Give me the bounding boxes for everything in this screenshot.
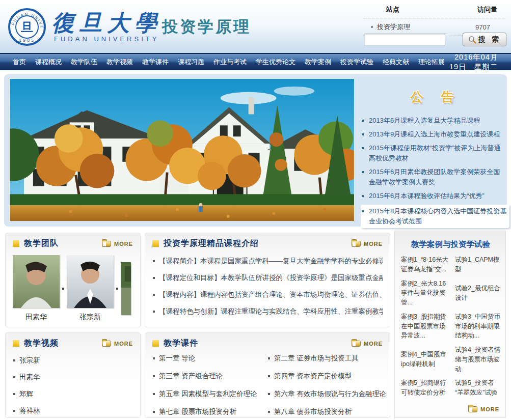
- nav-item-homework-exams[interactable]: 作业与考试: [209, 58, 251, 67]
- dot-separator-icon: [62, 288, 64, 290]
- experiment-item[interactable]: 试验1_CAPM模型: [455, 255, 500, 274]
- nav-item-teaching-videos[interactable]: 教学视频: [102, 58, 138, 67]
- chapter-item[interactable]: 第三章 资产组合理论: [152, 372, 267, 381]
- courseware-more-link[interactable]: MORE: [352, 341, 383, 347]
- dot-separator-icon: [116, 288, 118, 290]
- chapter-item[interactable]: 第七章 股票市场投资分析: [152, 407, 267, 416]
- teacher-name[interactable]: 张宗新: [79, 313, 101, 322]
- experiment-item[interactable]: 试验2_最优组合设计: [455, 284, 500, 303]
- teacher-photo-partial[interactable]: [121, 262, 131, 315]
- section-course-intro: 投资学原理精品课程介绍 MORE 【课程简介】本课程是国家重点学科——复旦大学金…: [145, 233, 390, 327]
- teacher-photo[interactable]: [67, 255, 114, 308]
- video-item[interactable]: 田素华: [13, 373, 133, 382]
- fudan-seal-icon[interactable]: FUDAN UNIVERSITY 旦 1905: [7, 6, 47, 48]
- intro-item[interactable]: 【课程简介】本课程是国家重点学科——复旦大学金融学学科的专业必修课: [152, 257, 383, 266]
- weekday-text: 星期二: [474, 63, 498, 71]
- case-item[interactable]: 案例1_“8·16光大证券乌龙指”交...: [401, 255, 451, 274]
- university-name-cn: 復旦大學: [52, 12, 162, 34]
- folder-icon: [102, 241, 111, 247]
- folder-icon: [102, 341, 111, 347]
- intro-list: 【课程简介】本课程是国家重点学科——复旦大学金融学学科的专业必修课 【课程定位和…: [152, 257, 383, 316]
- courseware-section-title: 教学课件: [164, 338, 198, 349]
- section-teaching-team: 教学团队 MORE 田素华: [5, 233, 141, 327]
- search-button[interactable]: 搜 索: [463, 33, 506, 46]
- nav-item-courseware[interactable]: 教学课件: [138, 58, 173, 67]
- section-bullet-icon: [13, 240, 19, 247]
- stats-col-site: 站点: [363, 5, 399, 14]
- campus-photo: [9, 78, 355, 221]
- nav-item-exercises[interactable]: 课程习题: [173, 58, 209, 67]
- chapter-item[interactable]: 第四章 资本资产定价模型: [267, 372, 383, 381]
- announcements-panel: 公 告 2013年6月课程入选复旦大学精品课程 2013年9月课程入选上海市教委…: [361, 74, 503, 227]
- chapter-item[interactable]: 第八章 债券市场投资分析: [267, 407, 383, 416]
- folder-icon: [352, 341, 361, 347]
- cases-grid: 案例1_“8·16光大证券乌龙指”交... 试验1_CAPM模型 案例2_光大8…: [401, 255, 500, 398]
- cases-more-link[interactable]: MORE: [468, 406, 499, 412]
- experiment-item[interactable]: 试验4_投资者情绪与股票市场波动: [455, 345, 500, 374]
- chapter-item[interactable]: 第一章 导论: [152, 354, 267, 363]
- videos-section-title: 教学视频: [24, 338, 59, 349]
- stats-site-name[interactable]: 投资学原理: [377, 22, 410, 32]
- teacher-photo[interactable]: [13, 255, 60, 308]
- nav-item-home[interactable]: 首页: [8, 58, 31, 67]
- experiment-item[interactable]: 试验3_中国货币市场的利率期限结构动...: [455, 312, 500, 341]
- case-item[interactable]: 案例5_招商银行可转债定价分析: [401, 378, 451, 398]
- chapter-item[interactable]: 第二章 证券市场与投资工具: [267, 354, 383, 363]
- intro-section-title: 投资学原理精品课程介绍: [164, 238, 259, 249]
- chapter-item[interactable]: 第六章 有效市场假说与行为金融理论: [267, 389, 383, 399]
- case-item[interactable]: 案例4_中国股市ipo绿鞋机制: [401, 350, 451, 369]
- site-title: 投资学原理: [162, 16, 251, 38]
- section-cases-experiments: 教学案例与投资学试验 案例1_“8·16光大证券乌龙指”交... 试验1_CAP…: [394, 231, 506, 418]
- experiment-item[interactable]: 试验5_投资者“羊群效应”试验: [455, 378, 500, 398]
- section-teaching-videos: 教学视频 MORE 张宗新 田素华 郑辉 蒋祥林 杭行: [5, 332, 141, 418]
- intro-item[interactable]: 【课程特色与创新】课程注重理论与实践结合、学科应用性、注重案例教学...: [152, 307, 383, 316]
- video-item[interactable]: 张宗新: [13, 356, 133, 365]
- nav-item-investment-experiments[interactable]: 投资学试验: [336, 58, 378, 67]
- announcement-item[interactable]: 2015年课程使用教材“投资学”被评为上海普通高校优秀教材: [361, 143, 503, 163]
- courseware-columns: 第一章 导论 第三章 资产组合理论 第五章 因素模型与套利定价理论 第七章 股票…: [152, 354, 383, 420]
- seal-glyph: 旦: [20, 20, 33, 34]
- fudan-logo[interactable]: FUDAN UNIVERSITY 旦 1905 復旦大學 FUDAN UNIVE…: [7, 6, 162, 48]
- section-courseware: 教学课件 MORE 第一章 导论 第三章 资产组合理论 第五章 因素模型与套利定…: [145, 332, 390, 418]
- teacher-name[interactable]: 田素华: [25, 313, 47, 322]
- announcement-item[interactable]: 2013年9月课程入选上海市教委重点建设课程: [361, 129, 503, 139]
- nav-item-teaching-cases[interactable]: 教学案例: [300, 58, 336, 67]
- search-bar: 搜 索: [364, 33, 506, 46]
- banner-panel: 公 告 2013年6月课程入选复旦大学精品课程 2013年9月课程入选上海市教委…: [4, 74, 507, 227]
- courseware-list-right: 第二章 证券市场与投资工具 第四章 资本资产定价模型 第六章 有效市场假说与行为…: [267, 354, 383, 420]
- video-item[interactable]: 蒋祥林: [13, 406, 133, 415]
- section-bullet-icon: [13, 340, 19, 347]
- stats-visits-value: 9707: [475, 23, 505, 31]
- case-item[interactable]: 案例2_光大8.16事件与量化投资管...: [401, 279, 451, 307]
- site-stats-table: 站点 访问量 投资学原理 9707: [363, 3, 505, 36]
- search-input[interactable]: [364, 34, 445, 45]
- nav-item-classic-literature[interactable]: 经典文献: [378, 58, 414, 67]
- nav-item-theory-expansion[interactable]: 理论拓展: [414, 58, 449, 67]
- video-item[interactable]: 郑辉: [13, 389, 133, 399]
- team-more-link[interactable]: MORE: [102, 241, 133, 247]
- chapter-item[interactable]: 第五章 因素模型与套利定价理论: [152, 389, 267, 399]
- announcement-item[interactable]: 2015年8月本课程核心内容入选中国证券投资基金业协会考试范围: [361, 205, 509, 228]
- announcement-item[interactable]: 2015年6月本课程验收评估结果为“优秀”: [361, 191, 503, 201]
- search-icon: [468, 36, 476, 44]
- intro-more-link[interactable]: MORE: [352, 241, 383, 247]
- stats-col-visits: 访问量: [477, 5, 505, 14]
- folder-icon: [352, 241, 361, 247]
- nav-item-student-papers[interactable]: 学生优秀论文: [251, 58, 300, 67]
- seal-year: 1905: [19, 38, 35, 43]
- nav-item-teaching-team[interactable]: 教学队伍: [66, 58, 102, 67]
- university-name-en: FUDAN UNIVERSITY: [52, 35, 162, 43]
- team-section-title: 教学团队: [24, 238, 59, 249]
- announcement-item[interactable]: 2013年6月课程入选复旦大学精品课程: [361, 116, 503, 126]
- nav-item-course-overview[interactable]: 课程概况: [31, 58, 66, 67]
- folder-icon: [468, 406, 477, 412]
- main-nav: 首页 课程概况 教学队伍 教学视频 教学课件 课程习题 作业与考试 学生优秀论文…: [0, 53, 511, 70]
- announcements-title: 公 告: [361, 89, 503, 105]
- search-button-label: 搜 索: [478, 35, 501, 44]
- case-item[interactable]: 案例3_股指期货在中国股票市场异常波...: [401, 312, 451, 341]
- videos-more-link[interactable]: MORE: [102, 341, 133, 347]
- page-header: FUDAN UNIVERSITY 旦 1905 復旦大學 FUDAN UNIVE…: [0, 0, 511, 53]
- intro-item[interactable]: 【课程内容】课程内容包括资产组合理论、资本市场均衡理论、证券估值、...: [152, 290, 383, 299]
- announcement-item[interactable]: 2015年6月田素华教授团队教学案例荣获全国金融学教学案例大赛奖: [361, 167, 503, 187]
- intro-item[interactable]: 【课程定位和目标】本教学队伍所讲授的《投资学原理》是国家级重点金融...: [152, 273, 383, 283]
